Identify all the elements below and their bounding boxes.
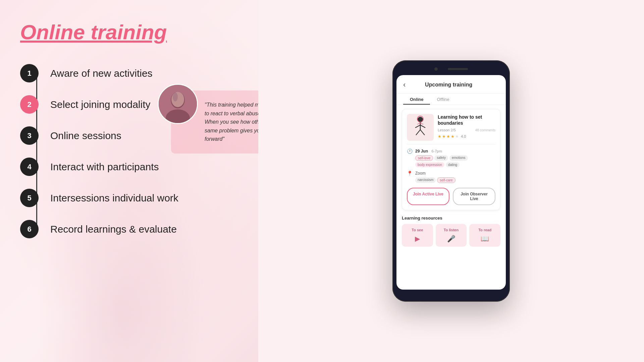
step-item-1: 1Aware of new activities [20,64,238,82]
star-2: ★ [442,134,446,139]
join-observer-live-button[interactable]: Join Observer Live [453,188,495,205]
step-label-5: Intersessions individual work [50,192,178,204]
step-number-2: 2 [20,95,39,114]
tags-row-1: self-love safety emotions [415,155,495,161]
left-panel: Online training 1Aware of new activities… [0,0,258,362]
resource-to-read-label: To read [478,228,491,232]
star-5: ★ [455,134,459,139]
tag-self-care: self-care [437,177,455,183]
tag-self-love: self-love [415,155,433,161]
phone-screen: ‹ Upcoming training Online Offline [396,75,506,290]
resource-to-listen-label: To listen [444,228,459,232]
svg-point-4 [173,93,178,102]
resource-to-see[interactable]: To see ▶ [402,224,433,247]
location-text: Zoom [415,171,426,176]
app-body: Learning how to set boundaries Lesson 2/… [396,105,506,288]
svg-line-8 [420,125,425,128]
tag-dating: dating [446,162,460,167]
svg-line-10 [420,130,425,135]
phone-notch [396,64,506,74]
testimonial-text: "This training helped me to understand h… [205,101,258,143]
lesson-text: Lesson 2/5 [438,128,456,132]
tag-safety: safety [434,155,448,161]
avatar [158,84,198,124]
location-content: Zoom narcissism self-care [415,170,495,183]
join-active-live-button[interactable]: Join Active Live [407,188,449,205]
step-number-6: 6 [20,220,39,238]
step-label-2: Select joining modality [50,99,151,110]
resource-to-read[interactable]: To read 📖 [469,224,500,247]
page-title: Online training [20,20,238,44]
step-label-1: Aware of new activities [50,68,153,79]
date-row: 🕐 29 Jun 6-7pm self-love safety emotions [407,148,495,167]
course-card-top: Learning how to set boundaries Lesson 2/… [407,114,495,141]
tab-bar: Online Offline [396,94,506,105]
back-button[interactable]: ‹ [403,80,406,89]
tab-offline[interactable]: Offline [430,94,456,105]
svg-line-9 [416,130,420,135]
time-text: 6-7pm [431,149,442,153]
step-number-4: 4 [20,158,39,176]
resource-to-see-label: To see [412,228,423,232]
step-number-3: 3 [20,126,39,145]
tab-online[interactable]: Online [403,94,430,105]
course-thumbnail [407,114,434,141]
step-item-4: 4Interact with participants [20,158,238,176]
date-content: 29 Jun 6-7pm self-love safety emotions b… [415,148,495,167]
app-header: ‹ Upcoming training [396,75,506,94]
resources-title: Learning resources [402,216,500,221]
app-title: Upcoming training [410,82,488,88]
comments-text: 48 comments [475,128,495,132]
right-panel: ‹ Upcoming training Online Offline [258,0,644,362]
mic-icon: 🎤 [447,235,455,243]
tag-emotions: emotions [449,155,468,161]
step-number-5: 5 [20,189,39,207]
star-1: ★ [438,134,441,139]
tags-row-2: body expression dating [415,162,495,167]
stars-row: ★ ★ ★ ★ ★ 4.0 [438,134,495,139]
calendar-icon: 🕐 [407,148,413,154]
step-label-6: Record learnings & evaluate [50,224,177,235]
step-item-5: 5Intersessions individual work [20,189,238,207]
resources-section: Learning resources To see ▶ To listen 🎤 … [402,216,500,247]
phone-camera [434,67,438,71]
step-number-1: 1 [20,64,39,82]
course-meta: 🕐 29 Jun 6-7pm self-love safety emotions [407,144,495,183]
star-4: ★ [451,134,454,139]
step-item-6: 6Record learnings & evaluate [20,220,238,238]
phone-frame: ‹ Upcoming training Online Offline [392,60,510,302]
phone-speaker [448,68,468,70]
step-label-4: Interact with participants [50,161,159,173]
book-icon: 📖 [481,235,489,243]
svg-line-7 [415,125,420,128]
course-title: Learning how to set boundaries [438,114,495,126]
tag-body-expression: body expression [415,162,444,167]
course-card: Learning how to set boundaries Lesson 2/… [402,109,500,210]
testimonial-box: "This training helped me to understand h… [171,90,258,154]
location-icon: 📍 [407,171,413,176]
star-3: ★ [446,134,450,139]
action-buttons: Join Active Live Join Observer Live [407,188,495,205]
play-icon: ▶ [415,235,420,243]
resources-grid: To see ▶ To listen 🎤 To read 📖 [402,224,500,247]
tags-row-3: narcissism self-care [415,177,495,183]
date-text: 29 Jun [415,149,428,154]
location-row: 📍 Zoom narcissism self-care [407,170,495,183]
rating-value: 4.0 [461,134,466,138]
tag-narcissism: narcissism [415,177,436,183]
course-info: Learning how to set boundaries Lesson 2/… [438,114,495,141]
lesson-row: Lesson 2/5 48 comments [438,128,495,132]
step-label-3: Online sessions [50,130,121,141]
resource-to-listen[interactable]: To listen 🎤 [436,224,467,247]
